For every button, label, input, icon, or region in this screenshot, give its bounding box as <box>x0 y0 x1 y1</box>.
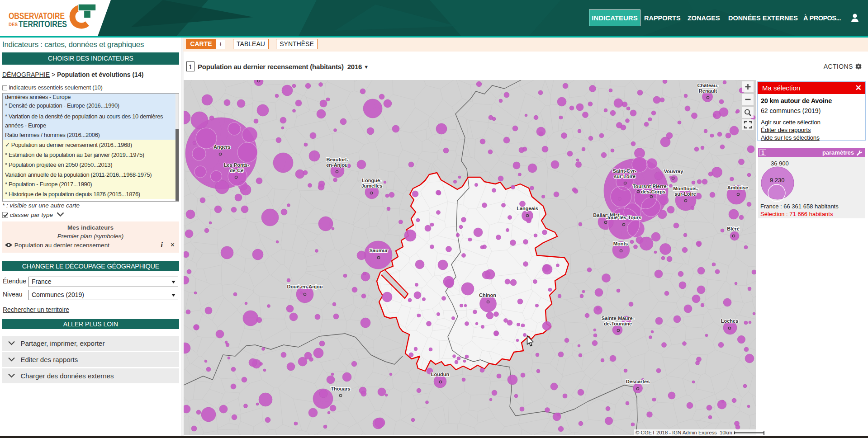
svg-text:Toursnt-Pierre-: Toursnt-Pierre- <box>633 184 669 189</box>
svg-text:DES: DES <box>9 22 18 27</box>
svg-text:Vouvray: Vouvray <box>664 169 683 174</box>
svg-text:de-Cé: de-Cé <box>230 168 244 173</box>
svg-text:Loches: Loches <box>721 318 739 324</box>
svg-text:Longué-: Longué- <box>362 178 382 183</box>
svg-text:Château-: Château- <box>697 83 718 88</box>
svg-text:en-Anjou: en-Anjou <box>326 162 348 168</box>
svg-text:Loudun: Loudun <box>431 372 450 377</box>
svg-text:Monts: Monts <box>613 241 628 246</box>
svg-text:Les Ponts-: Les Ponts- <box>224 162 250 168</box>
svg-text:sur-Loire: sur-Loire <box>674 191 696 197</box>
svg-text:TERRITOIRES: TERRITOIRES <box>19 19 67 29</box>
svg-text:Angers: Angers <box>213 144 231 150</box>
svg-text:de-Touraine: de-Touraine <box>604 321 632 326</box>
svg-text:Saint-Cyr-: Saint-Cyr- <box>613 168 637 174</box>
svg-text:Thouars: Thouars <box>331 386 350 391</box>
svg-text:sur-Loire: sur-Loire <box>614 174 636 179</box>
svg-text:Renault: Renault <box>699 88 717 94</box>
svg-text:Joué-lès-Tours: Joué-lès-Tours <box>606 215 641 220</box>
svg-text:Saumur: Saumur <box>370 248 389 253</box>
svg-text:Montlouis-: Montlouis- <box>673 186 698 191</box>
svg-text:des-Corps: des-Corps <box>641 189 665 194</box>
svg-text:Descartes: Descartes <box>626 379 650 384</box>
svg-text:Jumelles: Jumelles <box>361 183 382 188</box>
svg-text:Langeais: Langeais <box>517 206 538 211</box>
svg-text:Beaufort-: Beaufort- <box>327 157 349 162</box>
svg-text:Sainte-Maure-: Sainte-Maure- <box>602 316 635 321</box>
svg-text:Bléré: Bléré <box>727 226 740 231</box>
svg-text:Doué-en-Anjou: Doué-en-Anjou <box>287 284 323 289</box>
svg-text:Amboise: Amboise <box>727 185 748 190</box>
svg-text:Chinon: Chinon <box>479 292 496 298</box>
